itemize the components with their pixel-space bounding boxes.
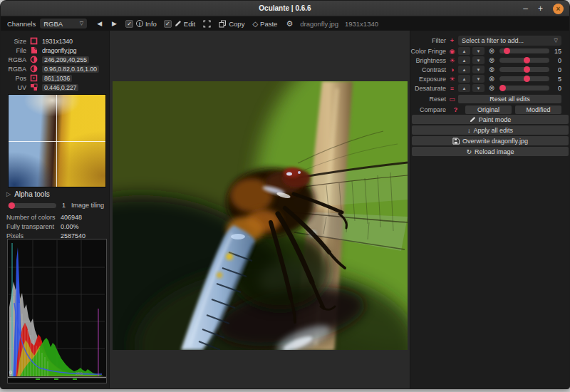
- reset-icon: ▭: [446, 96, 458, 103]
- down-arrow-icon: ↓: [467, 127, 471, 134]
- move-up-button[interactable]: ▲: [458, 75, 470, 83]
- info-icon: i: [136, 20, 143, 27]
- move-up-button[interactable]: ▲: [458, 56, 470, 64]
- close-button[interactable]: ×: [553, 4, 564, 14]
- copy-button[interactable]: Copy: [229, 20, 244, 28]
- image-viewport[interactable]: [109, 31, 410, 389]
- previous-image-button[interactable]: ◀: [97, 20, 102, 27]
- move-down-button[interactable]: ▼: [472, 47, 484, 55]
- check-icon: ✓: [127, 21, 132, 27]
- slider-handle[interactable]: [499, 85, 506, 91]
- current-filename: dragonfly.jpg: [300, 20, 338, 28]
- move-down-button[interactable]: ▼: [472, 84, 484, 92]
- contrast-row: Contrast ◑ ▲ ▼ ⊗ 0: [410, 65, 570, 74]
- brightness-icon: ☀: [446, 57, 458, 64]
- title-bar[interactable]: Oculante | 0.6.6 – + ×: [1, 1, 569, 16]
- question-icon: ?: [450, 106, 462, 113]
- next-image-button[interactable]: ▶: [112, 20, 117, 27]
- compare-modified-button[interactable]: Modified: [515, 105, 561, 114]
- move-up-button[interactable]: ▲: [458, 47, 470, 55]
- brush-icon: [470, 116, 476, 123]
- paint-mode-button[interactable]: Paint mode: [412, 115, 569, 124]
- stat-row: Fully transparent0.00%: [1, 222, 109, 231]
- channels-value: RGBA: [43, 20, 63, 28]
- rgba-row: RGBA 246,209,40,255: [1, 55, 109, 64]
- pixel-preview[interactable]: [8, 94, 106, 187]
- edit-checkbox[interactable]: ✓: [164, 20, 172, 28]
- channels-label: Channels: [7, 20, 36, 28]
- window-controls: – + ×: [523, 1, 564, 16]
- histogram-zero-label: 0: [9, 370, 12, 375]
- remove-filter-icon[interactable]: ⊗: [487, 56, 497, 65]
- tiling-value: 1: [62, 202, 66, 209]
- reset-all-edits-button[interactable]: Reset all edits: [458, 95, 561, 103]
- color-fringe-icon: ◉: [446, 48, 458, 55]
- remove-filter-icon[interactable]: ⊗: [487, 47, 497, 56]
- file-row: File dragonfly.jpg: [1, 46, 109, 55]
- reset-row: Reset ▭ Reset all edits: [410, 94, 570, 103]
- paste-icon: ◇: [252, 20, 258, 28]
- maximize-button[interactable]: +: [538, 4, 543, 13]
- remove-filter-icon[interactable]: ⊗: [487, 66, 497, 74]
- desaturate-icon: ≡: [446, 85, 458, 92]
- save-icon: [452, 138, 460, 145]
- move-down-button[interactable]: ▼: [472, 75, 484, 83]
- paste-button[interactable]: Paste: [260, 20, 277, 28]
- toolbar: Channels RGBA ▽ ◀ ▶ ✓ i Info ✓ Edit Copy…: [1, 16, 569, 31]
- size-row: Size 1931x1340: [1, 36, 109, 46]
- dragonfly-image[interactable]: [113, 81, 408, 350]
- color-fringe-slider[interactable]: [499, 48, 549, 53]
- move-down-button[interactable]: ▼: [472, 56, 484, 64]
- info-toggle[interactable]: Info: [145, 20, 157, 28]
- compare-row: Compare ? Original Modified: [410, 105, 570, 114]
- edit-toggle[interactable]: Edit: [184, 20, 195, 28]
- tiling-label: Image tiling: [71, 202, 104, 209]
- stat-row: Number of colors406948: [1, 212, 109, 222]
- pencil-icon: [175, 20, 182, 27]
- tiling-slider[interactable]: [8, 203, 56, 208]
- desaturate-slider[interactable]: [499, 86, 549, 91]
- slider-handle[interactable]: [504, 48, 510, 54]
- move-down-button[interactable]: ▼: [472, 66, 484, 73]
- info-checkbox[interactable]: ✓: [125, 20, 133, 28]
- minimize-button[interactable]: –: [523, 4, 528, 13]
- overwrite-file-button[interactable]: Overwrite dragonfly.jpg: [412, 136, 569, 145]
- slider-handle[interactable]: [524, 66, 530, 73]
- move-up-button[interactable]: ▲: [458, 66, 470, 73]
- compare-original-button[interactable]: Original: [465, 105, 512, 114]
- image-tiling-row: 1 Image tiling: [1, 201, 109, 210]
- move-up-button[interactable]: ▲: [458, 84, 470, 92]
- slider-handle[interactable]: [524, 57, 530, 63]
- uv-row: UV 0.446,0.227: [1, 83, 109, 92]
- channels-select[interactable]: RGBA ▽: [40, 19, 87, 29]
- current-dimensions: 1931x1340: [345, 20, 378, 28]
- window-title: Oculante | 0.6.6: [259, 4, 311, 12]
- edit-panel: Filter + Select a filter to add... ▽ Col…: [410, 31, 570, 389]
- filter-select[interactable]: Select a filter to add... ▽: [458, 36, 561, 46]
- apply-all-edits-button[interactable]: ↓ Apply all edits: [412, 125, 569, 135]
- contrast-slider[interactable]: [499, 67, 549, 72]
- size-icon: [30, 37, 38, 45]
- reload-image-button[interactable]: ↻ Reload image: [412, 147, 569, 156]
- settings-gear-icon[interactable]: ⚙: [286, 19, 293, 29]
- rgba-icon: [30, 65, 38, 73]
- chevron-down-icon: ▽: [80, 21, 83, 26]
- tiling-slider-handle[interactable]: [9, 202, 15, 209]
- color-fringe-row: Color Fringe ◉ ▲ ▼ ⊗ 15: [410, 46, 570, 56]
- remove-filter-icon[interactable]: ⊗: [487, 84, 497, 93]
- file-icon: [30, 46, 38, 54]
- fullscreen-icon[interactable]: [203, 20, 211, 28]
- color-histogram: 0 255: [7, 239, 107, 383]
- brightness-slider[interactable]: [499, 58, 549, 63]
- slider-handle[interactable]: [524, 76, 530, 82]
- app-window: Oculante | 0.6.6 – + × Channels RGBA ▽ ◀…: [0, 0, 570, 389]
- add-filter-icon: +: [446, 37, 458, 44]
- alpha-tools-toggle[interactable]: ▷ Alpha tools: [6, 190, 50, 198]
- rgba-icon: [30, 56, 38, 63]
- contrast-icon: ◑: [446, 66, 458, 73]
- remove-filter-icon[interactable]: ⊗: [487, 75, 497, 83]
- filter-row: Filter + Select a filter to add... ▽: [410, 36, 570, 45]
- exposure-slider[interactable]: [499, 76, 549, 81]
- info-panel: Size 1931x1340 File dragonfly.jpg RGBA 2…: [1, 31, 109, 389]
- crosshair-horizontal: [9, 141, 105, 142]
